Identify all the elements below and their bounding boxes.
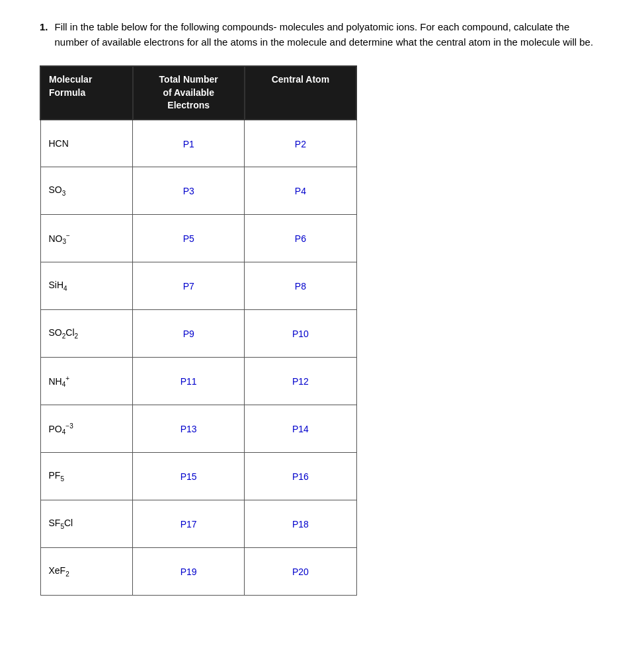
placeholder-central-2: P4 [295, 186, 306, 196]
cell-electrons-3[interactable]: P5 [133, 215, 245, 262]
cell-electrons-4[interactable]: P7 [133, 262, 245, 310]
placeholder-central-5: P10 [292, 329, 309, 339]
cell-central-4[interactable]: P8 [245, 262, 356, 310]
placeholder-central-8: P16 [292, 471, 309, 482]
cell-electrons-10[interactable]: P19 [133, 548, 245, 596]
cell-central-2[interactable]: P4 [245, 167, 356, 215]
placeholder-central-9: P18 [292, 519, 309, 529]
table-row: SO3P3P4 [40, 167, 356, 215]
table-row: SO2Cl2P9P10 [40, 310, 356, 358]
placeholder-central-1: P2 [295, 139, 306, 149]
header-total-electrons: Total Numberof AvailableElectrons [133, 66, 245, 120]
cell-electrons-7[interactable]: P13 [133, 405, 245, 453]
placeholder-central-10: P20 [292, 567, 309, 577]
cell-central-10[interactable]: P20 [245, 548, 356, 596]
placeholder-electrons-10: P19 [181, 567, 197, 577]
placeholder-central-4: P8 [295, 281, 306, 292]
cell-formula-10: XeF2 [40, 548, 133, 596]
placeholder-electrons-2: P3 [183, 186, 194, 196]
cell-electrons-9[interactable]: P17 [133, 500, 245, 548]
cell-formula-3: NO3− [40, 215, 133, 262]
table-row: PF5P15P16 [40, 453, 356, 500]
cell-formula-2: SO3 [40, 167, 133, 215]
placeholder-central-7: P14 [292, 424, 309, 434]
placeholder-electrons-9: P17 [181, 519, 197, 529]
instruction-number: 1. [40, 20, 48, 50]
cell-electrons-1[interactable]: P1 [133, 120, 245, 167]
cell-electrons-2[interactable]: P3 [133, 167, 245, 215]
placeholder-electrons-8: P15 [181, 471, 197, 482]
table-row: XeF2P19P20 [40, 548, 356, 596]
cell-formula-9: SF5Cl [40, 500, 133, 548]
cell-central-6[interactable]: P12 [245, 358, 356, 405]
instruction-text: Fill in the table below for the followin… [55, 20, 604, 50]
cell-central-3[interactable]: P6 [245, 215, 356, 262]
cell-formula-1: HCN [40, 120, 133, 167]
cell-formula-4: SiH4 [40, 262, 133, 310]
table-header-row: MolecularFormula Total Numberof Availabl… [40, 66, 356, 120]
instruction-block: 1. Fill in the table below for the follo… [40, 20, 604, 50]
cell-formula-8: PF5 [40, 453, 133, 500]
placeholder-central-6: P12 [292, 376, 309, 387]
cell-central-1[interactable]: P2 [245, 120, 356, 167]
table-row: PO4−3P13P14 [40, 405, 356, 453]
table-row: SiH4P7P8 [40, 262, 356, 310]
placeholder-central-3: P6 [295, 233, 306, 244]
header-central-atom: Central Atom [245, 66, 356, 120]
table-row: NH4+P11P12 [40, 358, 356, 405]
cell-central-5[interactable]: P10 [245, 310, 356, 358]
cell-electrons-5[interactable]: P9 [133, 310, 245, 358]
placeholder-electrons-3: P5 [183, 233, 194, 244]
cell-formula-6: NH4+ [40, 358, 133, 405]
cell-central-9[interactable]: P18 [245, 500, 356, 548]
cell-formula-5: SO2Cl2 [40, 310, 133, 358]
cell-formula-7: PO4−3 [40, 405, 133, 453]
cell-electrons-6[interactable]: P11 [133, 358, 245, 405]
table-row: HCNP1P2 [40, 120, 356, 167]
placeholder-electrons-6: P11 [181, 376, 197, 387]
table-row: SF5ClP17P18 [40, 500, 356, 548]
cell-central-8[interactable]: P16 [245, 453, 356, 500]
chemistry-table: MolecularFormula Total Numberof Availabl… [40, 65, 357, 596]
cell-electrons-8[interactable]: P15 [133, 453, 245, 500]
placeholder-electrons-1: P1 [183, 139, 194, 149]
cell-central-7[interactable]: P14 [245, 405, 356, 453]
header-molecular-formula: MolecularFormula [40, 66, 133, 120]
placeholder-electrons-5: P9 [183, 329, 194, 339]
placeholder-electrons-7: P13 [181, 424, 197, 434]
placeholder-electrons-4: P7 [183, 281, 194, 292]
table-row: NO3−P5P6 [40, 215, 356, 262]
